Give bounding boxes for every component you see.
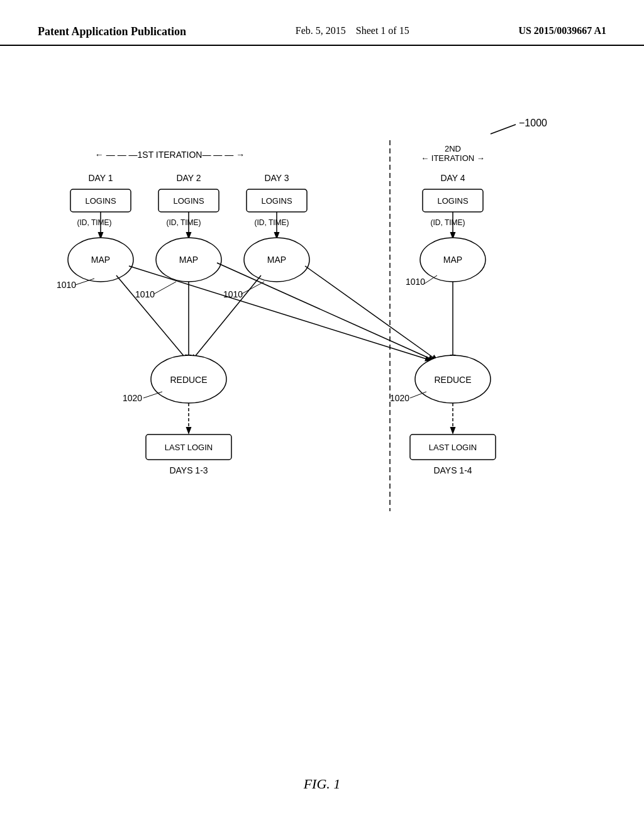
svg-text:DAY 4: DAY 4 xyxy=(440,173,465,183)
publication-date: Feb. 5, 2015 xyxy=(296,25,346,36)
svg-line-37 xyxy=(153,282,176,294)
svg-text:LAST LOGIN: LAST LOGIN xyxy=(429,443,477,452)
svg-text:MAP: MAP xyxy=(267,255,286,265)
svg-text:1010: 1010 xyxy=(57,280,76,290)
publication-title: Patent Application Publication xyxy=(38,25,186,38)
svg-text:LOGINS: LOGINS xyxy=(437,196,468,206)
svg-line-41 xyxy=(425,275,437,284)
svg-line-44 xyxy=(192,275,261,360)
svg-text:DAY 2: DAY 2 xyxy=(176,173,201,183)
svg-text:MAP: MAP xyxy=(443,255,462,265)
svg-line-0 xyxy=(491,124,516,134)
svg-text:LOGINS: LOGINS xyxy=(261,196,292,206)
figure-label: FIG. 1 xyxy=(304,776,341,792)
svg-text:REDUCE: REDUCE xyxy=(170,375,207,385)
svg-line-42 xyxy=(116,275,187,360)
svg-text:MAP: MAP xyxy=(91,255,110,265)
svg-text:1010: 1010 xyxy=(223,289,243,299)
svg-text:1020: 1020 xyxy=(123,393,142,403)
svg-text:1010: 1010 xyxy=(406,277,425,287)
svg-text:DAY 3: DAY 3 xyxy=(264,173,289,183)
svg-text:(ID, TIME): (ID, TIME) xyxy=(166,218,201,227)
svg-text:(ID, TIME): (ID, TIME) xyxy=(77,218,111,227)
svg-text:(ID, TIME): (ID, TIME) xyxy=(430,218,465,227)
svg-text:1010: 1010 xyxy=(135,289,155,299)
svg-text:MAP: MAP xyxy=(179,255,198,265)
svg-text:DAYS 1-3: DAYS 1-3 xyxy=(169,465,208,475)
patent-number: US 2015/0039667 A1 xyxy=(518,25,606,36)
sheet-info: Sheet 1 of 15 xyxy=(356,25,409,36)
svg-text:LAST LOGIN: LAST LOGIN xyxy=(165,443,213,452)
page-header: Patent Application Publication Feb. 5, 2… xyxy=(0,0,644,46)
date-sheet: Feb. 5, 2015 Sheet 1 of 15 xyxy=(296,25,409,36)
svg-text:2ND: 2ND xyxy=(445,144,461,153)
svg-text:DAY 1: DAY 1 xyxy=(88,173,113,183)
svg-text:← ITERATION →: ← ITERATION → xyxy=(421,153,485,163)
svg-text:1020: 1020 xyxy=(390,393,409,403)
svg-line-54 xyxy=(143,392,162,398)
svg-text:LOGINS: LOGINS xyxy=(173,196,204,206)
svg-text:REDUCE: REDUCE xyxy=(434,375,471,385)
svg-line-39 xyxy=(241,282,264,294)
svg-text:← — — —1ST ITERATION— — — →: ← — — —1ST ITERATION— — — → xyxy=(95,150,245,160)
svg-text:DAYS 1-4: DAYS 1-4 xyxy=(433,465,472,475)
svg-line-46 xyxy=(217,263,434,360)
svg-text:−1000: −1000 xyxy=(519,118,547,128)
svg-text:(ID, TIME): (ID, TIME) xyxy=(254,218,289,227)
diagram-area: −1000 ← — — —1ST ITERATION— — — → 2ND ← … xyxy=(0,58,644,624)
figure-svg: −1000 ← — — —1ST ITERATION— — — → 2ND ← … xyxy=(0,58,644,624)
svg-text:LOGINS: LOGINS xyxy=(85,196,116,206)
